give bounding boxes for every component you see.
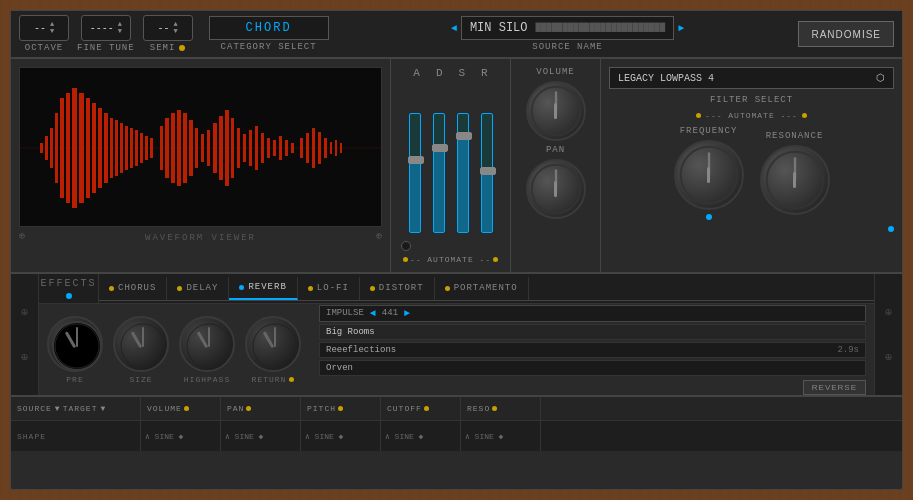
adsr-s-thumb[interactable] — [456, 132, 472, 140]
adsr-s-slider[interactable] — [457, 113, 469, 233]
pre-knob-group: PRE — [47, 316, 103, 384]
category-display[interactable]: CHORD — [209, 16, 329, 40]
adsr-r-label: R — [481, 67, 488, 79]
effects-content: PRE SIZE — [39, 304, 874, 395]
finetune-control: ---- ▲▼ FINE TUNE — [77, 15, 135, 53]
pan-mod-content[interactable]: ∧ SINE ◆ — [221, 421, 301, 451]
pitch-mod-content[interactable]: ∧ SINE ◆ — [301, 421, 381, 451]
pan-mod-header[interactable]: PAN — [221, 397, 301, 420]
vol-pan-section: VOLUME PAN — [511, 59, 601, 272]
frequency-label: FREQUENCY — [680, 126, 738, 136]
tab-chorus[interactable]: CHORUS — [99, 277, 167, 300]
frequency-knob[interactable] — [674, 140, 744, 210]
randomise-button[interactable]: RANDOMISE — [798, 21, 894, 47]
middle-section: ⊕ ⊕ — [11, 59, 902, 274]
waveform-corner-bl: ⊕ — [19, 230, 25, 242]
mod-section: SOURCE ▼ TARGET ▼ VOLUME PAN PITCH — [11, 397, 902, 451]
reso-mod-header[interactable]: RESO — [461, 397, 541, 420]
cutoff-mod-content[interactable]: ∧ SINE ◆ — [381, 421, 461, 451]
main-panel: -- ▲▼ OCTAVE ---- ▲▼ FINE TUNE -- ▲▼ SEM… — [10, 10, 903, 490]
impulse-next[interactable]: ► — [404, 308, 410, 319]
pan-knob[interactable] — [526, 159, 586, 219]
resonance-label: RESONANCE — [766, 131, 824, 141]
pre-knob[interactable] — [47, 316, 103, 372]
reverse-button[interactable]: REVERSE — [803, 380, 866, 395]
highpass-label: HIGHPASS — [184, 375, 230, 384]
pitch-mod-header[interactable]: PITCH — [301, 397, 381, 420]
volume-mod-header[interactable]: VOLUME — [141, 397, 221, 420]
frequency-dot — [706, 214, 712, 220]
source-target-header[interactable]: SOURCE ▼ TARGET ▼ — [11, 397, 141, 420]
adsr-d-thumb[interactable] — [432, 144, 448, 152]
pan-label: PAN — [546, 145, 565, 155]
size-knob-group: SIZE — [113, 316, 169, 384]
filter-select-bar[interactable]: LEGACY LOWPASS 4 ⬡ — [609, 67, 894, 89]
waveform-corner-br: ⊕ — [376, 230, 382, 242]
adsr-r-slider[interactable] — [481, 113, 493, 233]
impulse-prev[interactable]: ◄ — [370, 308, 376, 319]
mod-content: SHAPE ∧ SINE ◆ ∧ SINE ◆ ∧ SINE ◆ ∧ SINE … — [11, 421, 902, 451]
effects-tabs: CHORUS DELAY REVERB LO-FI — [99, 277, 874, 301]
adsr-circle — [401, 241, 411, 251]
size-knob[interactable] — [113, 316, 169, 372]
source-nav: ◄ MIN SILO ████████████████████████ ► — [451, 16, 684, 40]
waveform-section: ⊕ ⊕ — [11, 59, 391, 272]
filter-section: LEGACY LOWPASS 4 ⬡ FILTER SELECT --- AUT… — [601, 59, 902, 272]
reverb-header: IMPULSE ◄ 441 ► — [319, 305, 866, 322]
source-target-content: SHAPE — [11, 421, 141, 451]
adsr-a-thumb[interactable] — [408, 156, 424, 164]
adsr-a-label: A — [413, 67, 420, 79]
reverb-preset-reeeflections[interactable]: Reeeflections 2.9s — [319, 342, 866, 358]
tab-distort[interactable]: DISTORT — [360, 277, 435, 300]
adsr-d-label: D — [436, 67, 443, 79]
filter-automate-row: --- AUTOMATE --- — [609, 111, 894, 120]
octave-spinner[interactable]: -- ▲▼ — [19, 15, 69, 41]
source-display: MIN SILO ████████████████████████ — [461, 16, 674, 40]
adsr-a-slider[interactable] — [409, 113, 421, 233]
finetune-spinner[interactable]: ---- ▲▼ — [81, 15, 131, 41]
adsr-d-slider[interactable] — [433, 113, 445, 233]
reverb-footer: REVERSE — [319, 380, 866, 395]
top-bar: -- ▲▼ OCTAVE ---- ▲▼ FINE TUNE -- ▲▼ SEM… — [11, 11, 902, 59]
effects-main: EFFECTS CHORUS DELAY REVERB — [39, 274, 874, 395]
source-prev-button[interactable]: ◄ — [451, 23, 457, 34]
semi-spinner[interactable]: -- ▲▼ — [143, 15, 193, 41]
mod-headers: SOURCE ▼ TARGET ▼ VOLUME PAN PITCH — [11, 397, 902, 421]
volume-label: VOLUME — [536, 67, 574, 77]
return-label: RETURN — [252, 375, 287, 384]
volume-knob[interactable] — [526, 81, 586, 141]
adsr-section: A D S R — [391, 59, 511, 272]
highpass-knob[interactable] — [179, 316, 235, 372]
tab-portamento[interactable]: PORTAMENTO — [435, 277, 529, 300]
return-knob[interactable] — [245, 316, 301, 372]
effects-outer: ⊕ ⊕ EFFECTS CHORUS DE — [11, 274, 902, 397]
cutoff-mod-header[interactable]: CUTOFF — [381, 397, 461, 420]
automate-label: -- AUTOMATE -- — [403, 255, 498, 264]
category-section: CHORD CATEGORY SELECT — [209, 16, 329, 52]
adsr-sliders — [409, 83, 493, 237]
volume-mod-content[interactable]: ∧ SINE ◆ — [141, 421, 221, 451]
adsr-letters: A D S R — [413, 67, 487, 79]
reverb-preset-bigrooms[interactable]: Big Rooms — [319, 324, 866, 340]
waveform-label: WAVEFORM VIEWER — [145, 233, 256, 243]
tab-lofi[interactable]: LO-FI — [298, 277, 360, 300]
frequency-group: FREQUENCY — [674, 126, 744, 220]
return-dot — [289, 377, 294, 382]
semi-dot — [179, 45, 185, 51]
effects-label: EFFECTS — [41, 278, 97, 289]
tab-delay[interactable]: DELAY — [167, 277, 229, 300]
size-label: SIZE — [129, 375, 152, 384]
source-next-button[interactable]: ► — [678, 23, 684, 34]
highpass-knob-group: HIGHPASS — [179, 316, 235, 384]
effects-left-nav[interactable]: ⊕ ⊕ — [11, 274, 39, 395]
return-knob-group: RETURN — [245, 316, 301, 384]
effects-active-dot — [66, 293, 72, 299]
reverb-preset-orven[interactable]: Orven — [319, 360, 866, 376]
resonance-knob[interactable] — [760, 145, 830, 215]
tab-reverb[interactable]: REVERB — [229, 277, 297, 300]
pre-label: PRE — [66, 375, 83, 384]
reso-mod-content[interactable]: ∧ SINE ◆ — [461, 421, 541, 451]
waveform-viewer — [19, 67, 382, 227]
adsr-r-thumb[interactable] — [480, 167, 496, 175]
effects-right-nav[interactable]: ⊕ ⊕ — [874, 274, 902, 395]
